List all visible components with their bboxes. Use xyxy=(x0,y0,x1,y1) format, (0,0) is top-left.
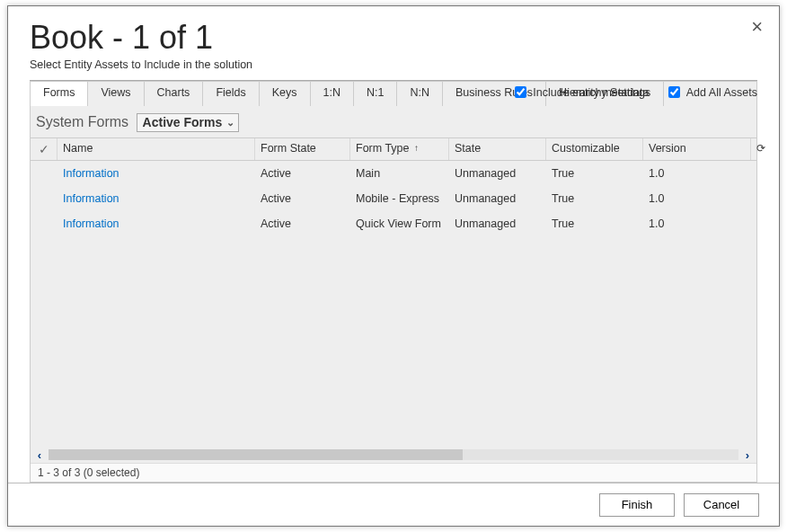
scroll-thumb[interactable] xyxy=(49,449,463,460)
cell-version: 1.0 xyxy=(643,213,751,235)
col-form-type-label: Form Type xyxy=(356,142,410,155)
col-form-type[interactable]: Form Type ↑ xyxy=(350,138,449,160)
tab-charts[interactable]: Charts xyxy=(145,82,204,106)
view-dropdown[interactable]: Active Forms ⌄ xyxy=(137,113,240,132)
add-all-assets-label: Add All Assets xyxy=(686,86,757,99)
include-metadata-checkbox[interactable]: Include entity metadata xyxy=(511,86,652,99)
form-link[interactable]: Information xyxy=(63,192,119,205)
cell-form-type: Main xyxy=(350,163,449,184)
chevron-down-icon: ⌄ xyxy=(226,117,234,129)
tab-nn[interactable]: N:N xyxy=(397,82,443,106)
cell-state: Unmanaged xyxy=(449,213,546,235)
row-checkbox[interactable] xyxy=(31,219,57,228)
cell-customizable: True xyxy=(546,213,643,235)
tab-n1[interactable]: N:1 xyxy=(354,82,397,106)
add-all-assets-input[interactable] xyxy=(668,86,680,98)
cell-form-state: Active xyxy=(255,213,350,235)
tab-fields[interactable]: Fields xyxy=(203,82,259,106)
cell-description: This xyxy=(751,188,756,209)
row-checkbox[interactable] xyxy=(31,169,57,178)
col-name[interactable]: Name xyxy=(57,138,255,160)
tab-forms[interactable]: Forms xyxy=(31,82,88,106)
col-form-state[interactable]: Form State xyxy=(255,138,350,160)
page-subtitle: Select Entity Assets to Include in the s… xyxy=(30,58,757,71)
tab-1n[interactable]: 1:N xyxy=(311,82,354,106)
grid-header: ✓ Name Form State Form Type ↑ State Cust… xyxy=(31,138,756,161)
table-row[interactable]: Information Active Main Unmanaged True 1… xyxy=(31,161,756,186)
cell-form-type: Mobile - Express xyxy=(350,188,449,209)
view-label: System Forms xyxy=(36,114,128,129)
view-dropdown-value: Active Forms xyxy=(143,115,223,129)
cancel-button[interactable]: Cancel xyxy=(684,493,759,517)
dialog-footer: Finish Cancel xyxy=(8,483,779,526)
dialog: × Book - 1 of 1 Select Entity Assets to … xyxy=(7,5,780,527)
cell-form-state: Active xyxy=(255,188,350,209)
table-row[interactable]: Information Active Mobile - Express Unma… xyxy=(31,186,756,211)
cell-customizable: True xyxy=(546,188,643,209)
table-row[interactable]: Information Active Quick View Form Unman… xyxy=(31,211,756,236)
page-title: Book - 1 of 1 xyxy=(30,19,757,57)
forms-grid: ✓ Name Form State Form Type ↑ State Cust… xyxy=(30,137,757,483)
refresh-icon: ⟳ xyxy=(756,142,765,155)
view-selector-bar: System Forms Active Forms ⌄ xyxy=(30,106,757,137)
cell-form-type: Quick View Form xyxy=(350,213,449,235)
select-all-checkbox[interactable]: ✓ xyxy=(31,138,57,160)
close-icon[interactable]: × xyxy=(751,17,763,37)
tab-keys[interactable]: Keys xyxy=(260,82,311,106)
cell-description: A fo xyxy=(751,163,756,184)
refresh-button[interactable]: ⟳ xyxy=(751,138,771,160)
include-metadata-label: Include entity metadata xyxy=(533,86,649,99)
tab-views[interactable]: Views xyxy=(88,82,144,106)
header-options: Include entity metadata Add All Assets xyxy=(499,84,757,101)
cell-description xyxy=(751,219,756,228)
scroll-track[interactable] xyxy=(49,449,738,460)
cell-state: Unmanaged xyxy=(449,163,546,184)
col-state[interactable]: State xyxy=(449,138,546,160)
cell-customizable: True xyxy=(546,163,643,184)
col-customizable[interactable]: Customizable xyxy=(546,138,643,160)
grid-body: Information Active Main Unmanaged True 1… xyxy=(31,161,756,447)
scroll-right-icon[interactable]: › xyxy=(738,448,756,462)
row-checkbox[interactable] xyxy=(31,194,57,203)
include-metadata-input[interactable] xyxy=(515,86,526,98)
col-version[interactable]: Version xyxy=(643,138,751,160)
sort-asc-icon: ↑ xyxy=(414,143,419,153)
add-all-assets-checkbox[interactable]: Add All Assets xyxy=(665,86,757,99)
scroll-left-icon[interactable]: ‹ xyxy=(31,448,49,462)
grid-status: 1 - 3 of 3 (0 selected) xyxy=(31,463,756,482)
cell-version: 1.0 xyxy=(643,163,751,184)
cell-state: Unmanaged xyxy=(449,188,546,209)
cell-version: 1.0 xyxy=(643,188,751,209)
form-link[interactable]: Information xyxy=(63,217,119,230)
form-link[interactable]: Information xyxy=(63,167,119,180)
horizontal-scrollbar[interactable]: ‹ › xyxy=(31,447,756,463)
cell-form-state: Active xyxy=(255,163,350,184)
finish-button[interactable]: Finish xyxy=(599,493,675,517)
